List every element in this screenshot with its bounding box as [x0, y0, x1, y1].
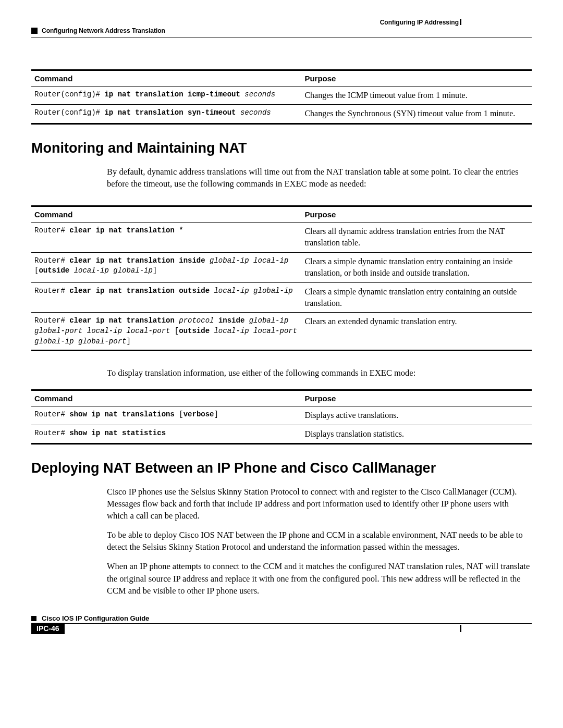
th-purpose: Purpose: [301, 70, 532, 87]
table-row: Router# clear ip nat translation protoco…: [31, 313, 532, 351]
footer: Cisco IOS IP Configuration Guide: [31, 614, 532, 624]
table-row: Router(config)# ip nat translation syn-t…: [31, 105, 532, 124]
body-paragraph: To be able to deploy Cisco IOS NAT betwe…: [31, 529, 532, 553]
table-row: Router# show ip nat statistics Displays …: [31, 425, 532, 443]
header-bar-icon: [460, 19, 461, 25]
th-purpose: Purpose: [301, 206, 532, 222]
square-icon: [31, 28, 38, 34]
table-row: Router(config)# ip nat translation icmp-…: [31, 87, 532, 105]
page-number: IPC-46: [31, 623, 65, 634]
footer-bar-icon: [460, 625, 461, 632]
header-rule: [31, 38, 532, 38]
footer-title: Cisco IOS IP Configuration Guide: [42, 614, 149, 622]
running-head-left: Configuring Network Address Translation: [31, 27, 532, 34]
th-command: Command: [31, 390, 301, 406]
table-row: Router# show ip nat translations [verbos…: [31, 406, 532, 425]
body-paragraph: By default, dynamic address translations…: [31, 166, 532, 190]
section-heading-monitoring: Monitoring and Maintaining NAT: [31, 140, 532, 156]
section-heading-deploying: Deploying NAT Between an IP Phone and Ci…: [31, 460, 532, 476]
command-table-3: Command Purpose Router# show ip nat tran…: [31, 389, 532, 445]
th-command: Command: [31, 206, 301, 222]
th-command: Command: [31, 70, 301, 87]
command-table-2: Command Purpose Router# clear ip nat tra…: [31, 205, 532, 351]
table-row: Router# clear ip nat translation * Clear…: [31, 222, 532, 252]
table-row: Router# clear ip nat translation outside…: [31, 282, 532, 313]
body-paragraph: To display translation information, use …: [31, 367, 532, 379]
th-purpose: Purpose: [301, 390, 532, 406]
running-head-right: Configuring IP Addressing: [31, 19, 532, 26]
footer-rule: [31, 623, 532, 624]
body-paragraph: When an IP phone attempts to connect to …: [31, 560, 532, 596]
square-icon: [31, 616, 36, 621]
body-paragraph: Cisco IP phones use the Selsius Skinny S…: [31, 486, 532, 522]
command-table-1: Command Purpose Router(config)# ip nat t…: [31, 69, 532, 125]
running-head-left-text: Configuring Network Address Translation: [42, 27, 165, 34]
table-row: Router# clear ip nat translation inside …: [31, 252, 532, 282]
